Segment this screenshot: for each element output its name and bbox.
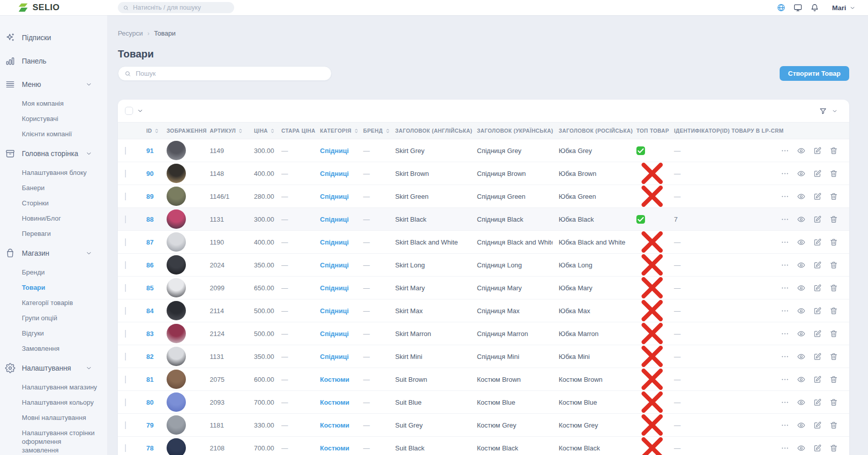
product-id-link[interactable]: 78 xyxy=(146,444,153,452)
more-options-icon[interactable] xyxy=(781,169,789,178)
more-options-icon[interactable] xyxy=(781,146,789,155)
product-category-link[interactable]: Спідниці xyxy=(320,307,349,315)
row-checkbox[interactable] xyxy=(125,261,126,269)
row-checkbox[interactable] xyxy=(125,193,126,200)
view-icon[interactable] xyxy=(797,421,806,430)
row-checkbox[interactable] xyxy=(125,421,126,429)
more-options-icon[interactable] xyxy=(781,307,789,315)
delete-icon[interactable] xyxy=(829,307,838,315)
product-id-link[interactable]: 88 xyxy=(146,216,153,223)
edit-icon[interactable] xyxy=(813,169,822,178)
row-checkbox[interactable] xyxy=(125,216,126,223)
delete-icon[interactable] xyxy=(829,146,838,155)
edit-icon[interactable] xyxy=(813,329,822,338)
row-checkbox[interactable] xyxy=(125,238,126,246)
sort-icon[interactable] xyxy=(154,128,159,134)
sidebar-item[interactable]: Налаштування кольору xyxy=(22,398,98,407)
sidebar-item[interactable]: Налаштування сторінки оформлення замовле… xyxy=(22,429,98,454)
view-icon[interactable] xyxy=(797,261,806,269)
filter-icon[interactable] xyxy=(819,107,827,115)
more-options-icon[interactable] xyxy=(781,375,789,384)
bell-icon[interactable] xyxy=(810,3,819,12)
column-header[interactable]: БРЕНД xyxy=(357,128,389,134)
row-checkbox[interactable] xyxy=(125,330,126,338)
edit-icon[interactable] xyxy=(813,421,822,430)
more-options-icon[interactable] xyxy=(781,444,789,452)
product-id-link[interactable]: 83 xyxy=(146,330,153,338)
view-icon[interactable] xyxy=(797,444,806,452)
row-checkbox[interactable] xyxy=(125,376,126,383)
row-checkbox[interactable] xyxy=(125,284,126,292)
select-all-checkbox[interactable] xyxy=(125,107,133,115)
row-checkbox[interactable] xyxy=(125,444,126,452)
sidebar-item[interactable]: Клієнти компанії xyxy=(22,130,98,138)
more-options-icon[interactable] xyxy=(781,329,789,338)
edit-icon[interactable] xyxy=(813,146,822,155)
more-options-icon[interactable] xyxy=(781,284,789,292)
product-id-link[interactable]: 79 xyxy=(146,421,153,429)
product-id-link[interactable]: 90 xyxy=(146,170,153,177)
sidebar-item[interactable]: Користувачі xyxy=(22,114,98,123)
sidebar-item[interactable]: Сторінки xyxy=(22,199,98,207)
global-search-input[interactable] xyxy=(133,4,229,11)
row-checkbox[interactable] xyxy=(125,353,126,360)
product-category-link[interactable]: Спідниці xyxy=(320,170,349,177)
table-search-input[interactable] xyxy=(136,70,325,77)
app-logo[interactable]: SELIO xyxy=(0,3,107,13)
sidebar-item[interactable]: Замовлення xyxy=(22,344,98,353)
delete-icon[interactable] xyxy=(829,238,838,247)
delete-icon[interactable] xyxy=(829,444,838,452)
product-id-link[interactable]: 82 xyxy=(146,353,153,360)
product-id-link[interactable]: 91 xyxy=(146,147,153,155)
delete-icon[interactable] xyxy=(829,284,838,292)
column-header[interactable]: АРТИКУЛ xyxy=(204,128,248,134)
row-checkbox[interactable] xyxy=(125,147,126,155)
column-header[interactable]: КАТЕГОРІЯ xyxy=(314,128,357,134)
sort-icon[interactable] xyxy=(270,128,275,134)
sidebar-section-4[interactable]: Магазин xyxy=(5,245,92,261)
sidebar-item[interactable]: Моя компанія xyxy=(22,99,98,108)
product-id-link[interactable]: 89 xyxy=(146,193,153,200)
more-options-icon[interactable] xyxy=(781,261,789,269)
product-id-link[interactable]: 81 xyxy=(146,376,153,383)
delete-icon[interactable] xyxy=(829,421,838,430)
filter-chevron-icon[interactable] xyxy=(831,108,838,114)
product-category-link[interactable]: Спідниці xyxy=(320,284,349,292)
edit-icon[interactable] xyxy=(813,375,822,384)
product-category-link[interactable]: Спідниці xyxy=(320,193,349,200)
view-icon[interactable] xyxy=(797,215,806,224)
view-icon[interactable] xyxy=(797,238,806,247)
product-id-link[interactable]: 87 xyxy=(146,238,153,246)
row-checkbox[interactable] xyxy=(125,399,126,406)
product-id-link[interactable]: 84 xyxy=(146,307,153,315)
bulk-actions-chevron-icon[interactable] xyxy=(137,107,144,114)
view-icon[interactable] xyxy=(797,329,806,338)
delete-icon[interactable] xyxy=(829,215,838,224)
product-category-link[interactable]: Спідниці xyxy=(320,261,349,269)
product-category-link[interactable]: Костюми xyxy=(320,376,349,383)
edit-icon[interactable] xyxy=(813,261,822,269)
column-header[interactable]: ЦІНА xyxy=(248,128,275,134)
more-options-icon[interactable] xyxy=(781,421,789,430)
product-category-link[interactable]: Спідниці xyxy=(320,330,349,338)
column-header[interactable]: ID xyxy=(140,128,160,134)
delete-icon[interactable] xyxy=(829,261,838,269)
edit-icon[interactable] xyxy=(813,398,822,407)
sidebar-item[interactable]: Бренди xyxy=(22,268,98,277)
sidebar-item[interactable]: Відгуки xyxy=(22,329,98,338)
sidebar-item[interactable]: Банери xyxy=(22,184,98,192)
user-menu[interactable]: Mari xyxy=(832,4,856,12)
product-category-link[interactable]: Костюми xyxy=(320,399,349,406)
sidebar-section-3[interactable]: Головна сторінка xyxy=(5,145,92,162)
edit-icon[interactable] xyxy=(813,284,822,292)
sidebar-item[interactable]: Налаштування магазину xyxy=(22,383,98,391)
more-options-icon[interactable] xyxy=(781,352,789,361)
product-category-link[interactable]: Костюми xyxy=(320,421,349,429)
sidebar-item[interactable]: Переваги xyxy=(22,229,98,238)
row-checkbox[interactable] xyxy=(125,307,126,315)
view-icon[interactable] xyxy=(797,352,806,361)
view-icon[interactable] xyxy=(797,192,806,201)
row-checkbox[interactable] xyxy=(125,170,126,177)
view-icon[interactable] xyxy=(797,169,806,178)
sidebar-item[interactable]: Товари xyxy=(22,283,98,292)
